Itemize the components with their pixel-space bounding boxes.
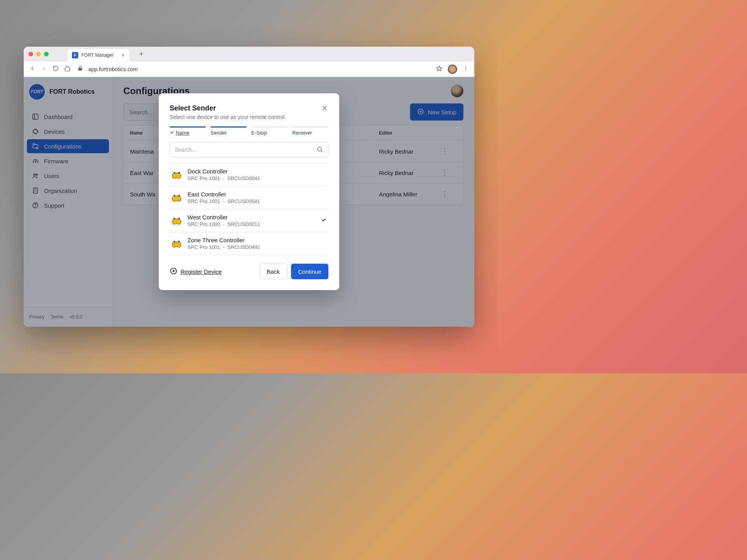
device-list: Dock Controller SRC Pro 1001 - SRCUSD004… — [170, 163, 328, 255]
url-bar[interactable]: app.fortrobotics.com — [88, 66, 431, 72]
select-sender-modal: Select Sender Select one device to use a… — [159, 93, 339, 290]
modal-subtitle: Select one device to use as your remote … — [170, 114, 321, 120]
register-label: Register Device — [181, 268, 222, 275]
tab-title: FORT Manager — [81, 52, 114, 58]
window-close[interactable] — [28, 52, 33, 56]
svg-point-2 — [465, 68, 466, 69]
browser-window: F FORT Manager × + app.fortrobotics.com — [24, 47, 474, 327]
modal-actions: Register Device Back Continue — [170, 264, 328, 279]
device-item[interactable]: Dock Controller SRC Pro 1001 - SRCUSD004… — [170, 163, 328, 186]
app-body: FORT FORT Robotics Dashboard Devices Con… — [24, 77, 474, 327]
check-icon — [170, 130, 174, 136]
device-item[interactable]: East Controller SRC Pro 1001 - SRCUSD054… — [170, 186, 328, 209]
svg-line-34 — [321, 150, 323, 152]
device-meta: SRC Pro 1001 - SRCUSD0492 — [188, 244, 327, 250]
register-device-link[interactable]: Register Device — [170, 267, 222, 276]
step-label-text: Sender — [210, 130, 247, 136]
ssl-lock-icon[interactable] — [77, 66, 83, 72]
device-name: West Controller — [188, 214, 315, 220]
svg-point-3 — [465, 70, 466, 70]
controller-icon — [171, 239, 182, 248]
nav-back-icon[interactable] — [29, 65, 35, 73]
back-button[interactable]: Back — [260, 264, 287, 279]
device-meta: SRC Pro 1001 - SRCUSD0041 — [188, 175, 327, 181]
device-name: Dock Controller — [188, 168, 327, 175]
device-name: Zone Three Controller — [188, 237, 327, 243]
svg-point-1 — [465, 66, 466, 67]
step-receiver[interactable]: Receiver — [292, 126, 328, 136]
modal-title: Select Sender — [170, 104, 321, 112]
svg-point-42 — [178, 241, 180, 242]
window-controls — [28, 52, 49, 56]
svg-point-40 — [178, 218, 180, 219]
step-label-text: E-Stop — [251, 130, 288, 136]
chrome-toolbar: app.fortrobotics.com — [24, 61, 474, 77]
controller-icon — [171, 170, 182, 179]
chrome-tab-strip: F FORT Manager × + — [24, 47, 474, 61]
nav-reload-icon[interactable] — [53, 65, 59, 73]
svg-point-41 — [174, 241, 175, 242]
modal-close-button[interactable] — [321, 104, 328, 114]
selected-check-icon — [321, 217, 327, 224]
bookmark-star-icon[interactable] — [436, 65, 442, 73]
svg-point-37 — [174, 195, 175, 196]
step-label-text: Receiver — [292, 130, 328, 136]
continue-button[interactable]: Continue — [291, 264, 328, 279]
plus-circle-icon — [170, 267, 177, 276]
window-minimize[interactable] — [36, 52, 41, 56]
svg-point-38 — [178, 195, 180, 196]
modal-search-field[interactable] — [175, 147, 316, 153]
svg-marker-0 — [437, 66, 442, 71]
stepper: Name Sender E-Stop Receiver — [170, 126, 328, 136]
svg-point-35 — [174, 172, 175, 173]
svg-point-39 — [174, 218, 175, 219]
window-maximize[interactable] — [44, 52, 49, 56]
chrome-menu-icon[interactable] — [463, 65, 469, 73]
device-item[interactable]: Zone Three Controller SRC Pro 1001 - SRC… — [170, 232, 328, 255]
nav-home-icon[interactable] — [64, 65, 70, 73]
step-estop[interactable]: E-Stop — [251, 126, 288, 136]
step-name[interactable]: Name — [170, 126, 206, 136]
modal-header: Select Sender Select one device to use a… — [170, 104, 328, 120]
browser-tab[interactable]: F FORT Manager × — [67, 49, 129, 61]
controller-icon — [171, 193, 182, 202]
step-label-text: Name — [176, 130, 189, 136]
svg-point-36 — [178, 172, 180, 173]
chrome-profile-avatar[interactable] — [448, 65, 457, 74]
new-tab-button[interactable]: + — [139, 50, 144, 58]
step-sender[interactable]: Sender — [210, 126, 247, 136]
nav-forward-icon[interactable] — [41, 65, 47, 73]
search-icon — [316, 146, 323, 154]
favicon-icon: F — [72, 52, 78, 58]
device-meta: SRC Pro 1000 - SRCUSD0011 — [188, 221, 315, 227]
controller-icon — [171, 216, 182, 225]
device-item[interactable]: West Controller SRC Pro 1000 - SRCUSD001… — [170, 209, 328, 232]
tab-close-icon[interactable]: × — [121, 52, 124, 58]
modal-search-input[interactable] — [170, 142, 328, 158]
svg-point-33 — [317, 147, 322, 151]
device-meta: SRC Pro 1001 - SRCUSD0541 — [188, 198, 327, 204]
device-name: East Controller — [188, 191, 327, 198]
